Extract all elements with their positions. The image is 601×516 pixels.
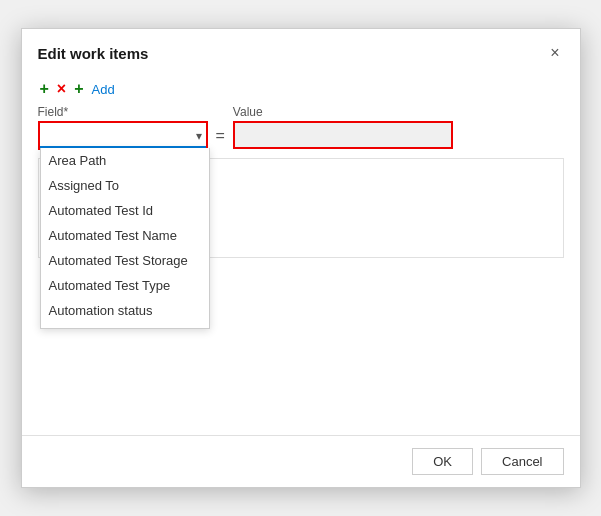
edit-work-items-dialog: Edit work items × + × + Add Field* ▾ Are… [21,28,581,488]
close-button[interactable]: × [546,43,563,63]
field-row: Field* ▾ Area Path Assigned To Automated… [38,105,564,150]
cancel-button[interactable]: Cancel [481,448,563,475]
list-item[interactable]: Automated Test Type [41,273,209,298]
ok-button[interactable]: OK [412,448,473,475]
list-item[interactable]: Automated Test Name [41,223,209,248]
remove-x-button[interactable]: × [55,79,68,99]
dialog-title: Edit work items [38,45,149,62]
dropdown-list-inner[interactable]: Area Path Assigned To Automated Test Id … [41,148,209,328]
dialog-body: + × + Add Field* ▾ Area Path Assigned To… [22,71,580,435]
add-icon: + [72,79,85,99]
add-link[interactable]: Add [92,82,115,97]
list-item[interactable]: Area Path [41,148,209,173]
field-input[interactable] [40,123,206,148]
value-label: Value [233,105,453,119]
equals-sign: = [216,127,225,145]
toolbar-row: + × + Add [38,79,564,99]
list-item[interactable]: Description [41,323,209,328]
dropdown-list: Area Path Assigned To Automated Test Id … [40,148,210,329]
dialog-footer: OK Cancel [22,435,580,487]
field-group: Field* ▾ Area Path Assigned To Automated… [38,105,208,150]
value-group: Value [233,105,453,149]
value-box[interactable] [233,121,453,149]
list-item[interactable]: Automated Test Storage [41,248,209,273]
title-bar: Edit work items × [22,29,580,71]
add-plus-button[interactable]: + [38,79,51,99]
list-item[interactable]: Automation status [41,298,209,323]
field-select-wrapper: ▾ Area Path Assigned To Automated Test I… [38,121,208,150]
list-item[interactable]: Automated Test Id [41,198,209,223]
field-label: Field* [38,105,208,119]
list-item[interactable]: Assigned To [41,173,209,198]
